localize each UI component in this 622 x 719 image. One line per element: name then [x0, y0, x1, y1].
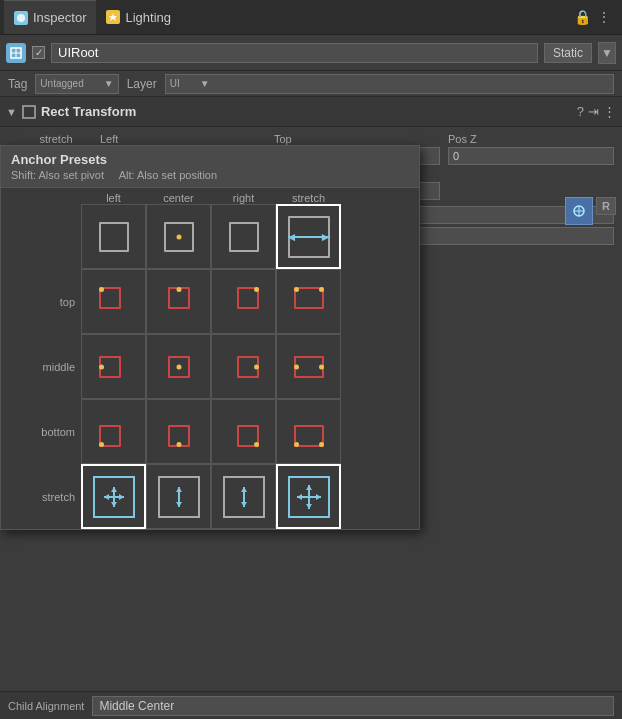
more-section-icon[interactable]: ⋮ — [603, 104, 616, 119]
cell-0-0[interactable] — [81, 204, 146, 269]
lighting-icon — [106, 10, 120, 24]
col-labels: left center right stretch — [1, 188, 419, 204]
tag-value: Untagged — [40, 78, 83, 89]
cell-3-3[interactable] — [276, 399, 341, 464]
fold-arrow[interactable]: ▼ — [6, 106, 17, 118]
cell-1-2[interactable] — [211, 269, 276, 334]
svg-marker-1 — [109, 13, 117, 21]
pivot-area: R — [565, 197, 616, 225]
cell-4-1[interactable] — [146, 464, 211, 529]
svg-marker-12 — [111, 502, 117, 507]
svg-point-0 — [17, 14, 25, 22]
cell-4-3[interactable] — [276, 464, 341, 529]
cell-4-2[interactable] — [211, 464, 276, 529]
posz-input[interactable]: 0 — [448, 147, 614, 165]
tag-select[interactable]: Untagged ▼ — [35, 74, 118, 94]
cell-3-0[interactable] — [81, 399, 146, 464]
posz-label: Pos Z — [448, 133, 614, 145]
tab-inspector[interactable]: Inspector — [4, 0, 96, 34]
col-right: right — [211, 192, 276, 204]
popup-header: Anchor Presets Shift: Also set pivot Alt… — [1, 146, 419, 188]
row-label-bottom: bottom — [1, 399, 81, 464]
section-title: Rect Transform — [41, 104, 573, 119]
cell-4-0[interactable] — [81, 464, 146, 529]
cell-1-1[interactable] — [146, 269, 211, 334]
cell-3-2[interactable] — [211, 399, 276, 464]
object-name[interactable]: UIRoot — [51, 43, 538, 63]
cell-2-0[interactable] — [81, 334, 146, 399]
svg-marker-16 — [176, 487, 182, 492]
help-icon[interactable]: ? — [577, 104, 584, 119]
row-label-stretch: stretch — [1, 464, 81, 529]
layer-label: Layer — [127, 77, 157, 91]
layer-value: UI — [170, 78, 180, 89]
tab-inspector-label: Inspector — [33, 10, 86, 25]
bottom-section: Child Alignment Middle Center — [0, 691, 622, 719]
svg-marker-26 — [316, 494, 321, 500]
child-alignment-select[interactable]: Middle Center — [92, 696, 614, 716]
tab-bar: Inspector Lighting 🔒 ⋮ — [0, 0, 622, 35]
cell-0-3[interactable]: ◄ ► — [276, 204, 341, 269]
child-alignment-value: Middle Center — [99, 699, 174, 713]
popup-subtitle: Shift: Also set pivot Alt: Also set posi… — [11, 169, 409, 181]
svg-marker-25 — [297, 494, 302, 500]
active-checkbox[interactable] — [32, 46, 45, 59]
r-label[interactable]: R — [596, 197, 616, 215]
top-label: Top — [274, 133, 440, 145]
static-dropdown[interactable]: ▼ — [598, 42, 616, 64]
svg-marker-17 — [176, 502, 182, 507]
rect-transform-header: ▼ Rect Transform ? ⇥ ⋮ — [0, 97, 622, 127]
tab-lighting[interactable]: Lighting — [96, 0, 181, 34]
cell-1-3[interactable] — [276, 269, 341, 334]
cell-3-1[interactable] — [146, 399, 211, 464]
svg-rect-5 — [23, 106, 35, 118]
svg-marker-14 — [119, 494, 124, 500]
left-label: Left — [100, 133, 266, 145]
row-labels: top middle bottom stretch — [1, 204, 81, 529]
tag-layer-row: Tag Untagged ▼ Layer UI ▼ — [0, 71, 622, 97]
static-button[interactable]: Static — [544, 43, 592, 63]
row-label-0 — [1, 204, 81, 269]
cell-2-1[interactable] — [146, 334, 211, 399]
tab-lighting-label: Lighting — [125, 10, 171, 25]
object-icon — [6, 43, 26, 63]
row-label-middle: middle — [1, 334, 81, 399]
anchor-popup: Anchor Presets Shift: Also set pivot Alt… — [0, 145, 420, 530]
svg-marker-23 — [306, 485, 312, 490]
popup-alt-text: Alt: Also set position — [119, 169, 217, 181]
pivot-button[interactable] — [565, 197, 593, 225]
svg-marker-11 — [111, 487, 117, 492]
cell-1-0[interactable] — [81, 269, 146, 334]
more-icon[interactable]: ⋮ — [596, 9, 612, 25]
lock-icon[interactable]: 🔒 — [574, 9, 590, 25]
col-center: center — [146, 192, 211, 204]
svg-marker-20 — [241, 502, 247, 507]
stretch-v-label: stretch — [39, 133, 72, 145]
cell-0-1[interactable] — [146, 204, 211, 269]
rect-icon — [21, 104, 37, 120]
child-alignment-label: Child Alignment — [8, 700, 84, 712]
svg-marker-13 — [104, 494, 109, 500]
row-label-top: top — [1, 269, 81, 334]
object-row: UIRoot Static ▼ — [0, 35, 622, 71]
settings-icon[interactable]: ⇥ — [588, 104, 599, 119]
col-left: left — [81, 192, 146, 204]
cell-2-3[interactable] — [276, 334, 341, 399]
posz-field: Pos Z 0 — [448, 133, 614, 165]
popup-shift-text: Shift: Also set pivot — [11, 169, 104, 181]
layer-select[interactable]: UI ▼ — [165, 74, 614, 94]
inspector-icon — [14, 11, 28, 25]
anchor-grid: ◄ ► — [81, 204, 341, 529]
tag-label: Tag — [8, 77, 27, 91]
popup-grid-container: top middle bottom stretch — [1, 204, 419, 529]
svg-marker-19 — [241, 487, 247, 492]
cell-2-2[interactable] — [211, 334, 276, 399]
cell-0-2[interactable] — [211, 204, 276, 269]
svg-marker-24 — [306, 504, 312, 509]
col-stretch: stretch — [276, 192, 341, 204]
popup-title: Anchor Presets — [11, 152, 409, 167]
